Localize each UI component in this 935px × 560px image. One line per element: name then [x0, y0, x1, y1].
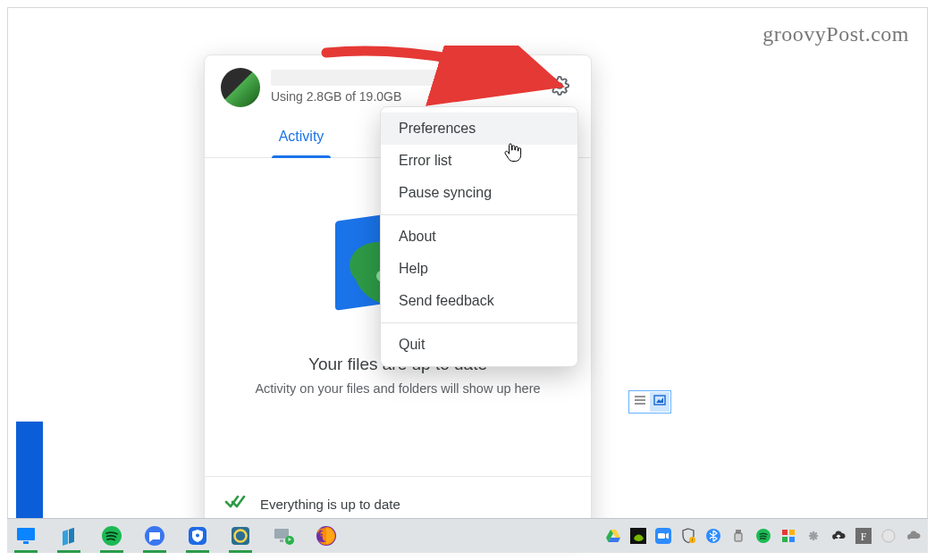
- tray-zoom-icon[interactable]: [654, 527, 672, 545]
- system-tray: ! F: [604, 527, 922, 545]
- list-icon: [633, 393, 647, 411]
- svg-text:!: !: [692, 538, 693, 543]
- svg-point-0: [557, 83, 562, 88]
- taskbar-shield-icon[interactable]: [184, 522, 211, 549]
- menu-item-send-feedback-label: Send feedback: [399, 293, 494, 308]
- view-list-button[interactable]: [630, 392, 650, 412]
- account-name-redacted: [271, 70, 501, 86]
- svg-point-46: [882, 530, 895, 542]
- svg-rect-36: [782, 530, 788, 535]
- menu-item-about[interactable]: About: [381, 221, 577, 253]
- menu-separator: [381, 214, 577, 215]
- settings-button[interactable]: [544, 71, 575, 102]
- tab-activity[interactable]: Activity: [205, 118, 398, 157]
- menu-item-error-list-label: Error list: [399, 153, 452, 168]
- activity-subline: Activity on your files and folders will …: [223, 381, 573, 396]
- menu-item-pause-syncing[interactable]: Pause syncing: [381, 177, 577, 209]
- svg-rect-37: [789, 530, 795, 535]
- status-bar: Everything is up to date: [205, 476, 591, 514]
- account-block: Using 2.8GB of 19.0GB: [271, 68, 541, 104]
- taskbar-firefox-icon[interactable]: [313, 522, 340, 549]
- view-toggle: [628, 390, 671, 414]
- taskbar-pinned: [13, 522, 340, 549]
- watermark-text: groovyPost.com: [762, 22, 909, 46]
- tray-slack-icon[interactable]: [804, 527, 822, 545]
- view-thumb-button[interactable]: [650, 392, 670, 412]
- tray-security-icon[interactable]: !: [679, 527, 697, 545]
- taskbar-desktop-icon[interactable]: [13, 522, 39, 549]
- menu-item-error-list[interactable]: Error list: [381, 145, 577, 177]
- tab-activity-label: Activity: [279, 129, 324, 144]
- menu-item-send-feedback[interactable]: Send feedback: [381, 285, 577, 317]
- settings-menu: Preferences Error list Pause syncing Abo…: [380, 106, 578, 367]
- taskbar-snagit-icon[interactable]: [227, 522, 254, 549]
- tray-circle-icon[interactable]: [880, 527, 897, 545]
- menu-separator: [381, 322, 577, 323]
- tray-cloud-icon[interactable]: [905, 527, 922, 545]
- svg-rect-38: [782, 537, 788, 542]
- double-check-icon: [224, 493, 248, 514]
- svg-rect-10: [23, 541, 29, 544]
- thumbnail-icon: [653, 393, 667, 411]
- svg-rect-39: [789, 537, 795, 542]
- menu-item-about-label: About: [399, 229, 436, 244]
- svg-rect-12: [69, 528, 74, 544]
- avatar[interactable]: [221, 68, 260, 107]
- tray-usb-icon[interactable]: [729, 527, 747, 545]
- svg-rect-28: [658, 533, 665, 539]
- taskbar-signal-icon[interactable]: [141, 522, 168, 549]
- svg-rect-9: [17, 528, 35, 540]
- menu-item-pause-syncing-label: Pause syncing: [399, 185, 492, 200]
- storage-usage: Using 2.8GB of 19.0GB: [271, 89, 541, 104]
- menu-item-quit[interactable]: Quit: [381, 329, 577, 361]
- popup-header: Using 2.8GB of 19.0GB: [205, 55, 591, 111]
- background-window-strip: [16, 422, 43, 520]
- screenshot-frame: groovyPost.com Using 2.8GB of 19.0GB Act: [7, 7, 928, 553]
- tray-google-drive-icon[interactable]: [604, 527, 622, 545]
- taskbar-remote-icon[interactable]: [270, 522, 297, 549]
- taskbar-spotify-icon[interactable]: [98, 522, 125, 549]
- tray-letter-f-icon[interactable]: F: [855, 527, 872, 545]
- svg-rect-34: [735, 533, 742, 541]
- tray-nvidia-icon[interactable]: [629, 527, 647, 545]
- svg-point-16: [196, 534, 199, 538]
- menu-item-help[interactable]: Help: [381, 253, 577, 285]
- tray-cloud-upload-icon[interactable]: [830, 527, 847, 545]
- tray-bluetooth-icon[interactable]: [704, 527, 722, 545]
- menu-item-preferences-label: Preferences: [399, 121, 476, 136]
- svg-rect-20: [280, 539, 283, 542]
- taskbar: ! F: [7, 518, 928, 553]
- svg-marker-8: [656, 397, 663, 403]
- tray-spotify-icon[interactable]: [754, 527, 772, 545]
- gear-icon: [550, 76, 569, 98]
- taskbar-server-icon[interactable]: [55, 522, 82, 549]
- menu-item-quit-label: Quit: [399, 337, 425, 352]
- svg-rect-11: [63, 530, 68, 546]
- menu-item-preferences[interactable]: Preferences: [381, 113, 577, 145]
- svg-text:F: F: [861, 531, 867, 543]
- svg-rect-33: [736, 530, 741, 533]
- tray-powertoys-icon[interactable]: [779, 527, 797, 545]
- status-text: Everything is up to date: [260, 497, 400, 512]
- menu-item-help-label: Help: [399, 261, 428, 276]
